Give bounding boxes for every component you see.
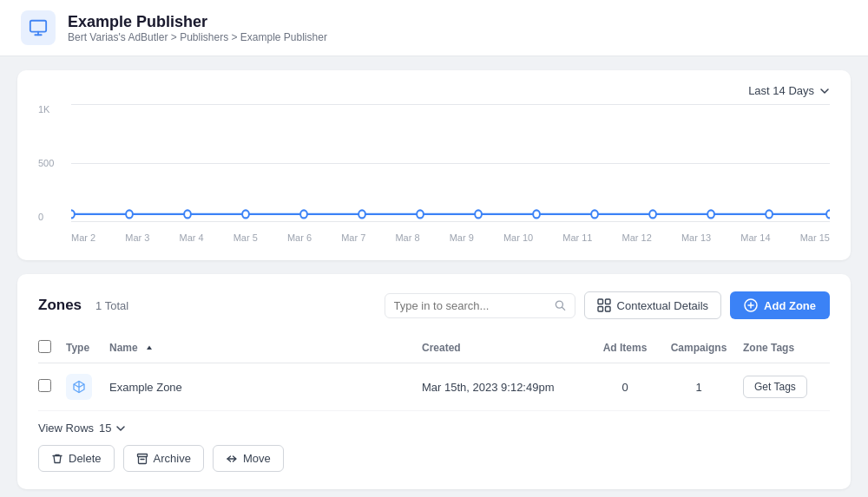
row-created-cell: Mar 15th, 2023 9:12:49pm [422, 363, 595, 411]
svg-point-8 [358, 210, 365, 218]
zones-table-body: Example Zone Mar 15th, 2023 9:12:49pm 0 … [38, 363, 830, 411]
add-zone-label: Add Zone [764, 299, 816, 312]
action-buttons: Delete Archive Move [38, 445, 830, 472]
publisher-icon [21, 10, 56, 45]
view-rows-value: 15 [99, 422, 111, 435]
x-label-7: Mar 9 [450, 232, 474, 243]
svg-rect-22 [605, 307, 610, 312]
table-row: Example Zone Mar 15th, 2023 9:12:49pm 0 … [38, 363, 830, 411]
zone-type-icon [66, 374, 92, 400]
archive-label: Archive [154, 452, 191, 465]
x-label-5: Mar 7 [341, 232, 365, 243]
zones-table: Type Name Created Ad Items [38, 333, 830, 411]
svg-point-15 [766, 210, 773, 218]
move-button[interactable]: Move [213, 445, 284, 472]
date-range-button[interactable]: Last 14 Days [748, 84, 830, 97]
x-label-12: Mar 14 [740, 232, 770, 243]
svg-point-16 [826, 210, 830, 218]
svg-point-10 [475, 210, 482, 218]
y-label-bot: 0 [38, 212, 66, 222]
svg-rect-0 [30, 21, 46, 32]
x-axis-labels: Mar 2 Mar 3 Mar 4 Mar 5 Mar 6 Mar 7 Mar … [71, 232, 830, 243]
view-rows-label: View Rows [38, 422, 94, 435]
svg-rect-21 [598, 307, 603, 312]
page-title: Example Publisher [68, 13, 327, 31]
select-all-checkbox[interactable] [38, 340, 51, 353]
header-checkbox-col [38, 333, 66, 363]
delete-button[interactable]: Delete [38, 445, 115, 472]
date-range-label: Last 14 Days [748, 84, 814, 97]
zones-title: Zones [38, 297, 82, 314]
main-content: Last 14 Days 1K 500 0 [0, 56, 868, 497]
search-input[interactable] [394, 299, 548, 312]
header-campaigns-col: Campaigns [665, 333, 743, 363]
y-label-top: 1K [38, 104, 66, 114]
add-zone-button[interactable]: Add Zone [730, 291, 830, 319]
zones-actions: Contextual Details Add Zone [385, 291, 830, 319]
delete-label: Delete [69, 452, 102, 465]
search-icon [555, 299, 566, 311]
header-name-col[interactable]: Name [109, 333, 422, 363]
zones-count: 1 Total [95, 299, 128, 312]
y-label-mid: 500 [38, 158, 66, 168]
chart-body: Mar 2 Mar 3 Mar 4 Mar 5 Mar 6 Mar 7 Mar … [71, 104, 830, 243]
x-label-11: Mar 13 [681, 232, 711, 243]
view-rows-select[interactable]: 15 [99, 422, 125, 435]
header-created-col: Created [422, 333, 595, 363]
x-label-4: Mar 6 [287, 232, 312, 243]
move-icon [226, 453, 238, 465]
header-text-block: Example Publisher Bert Varias's AdButler… [68, 13, 327, 43]
x-label-1: Mar 3 [125, 232, 149, 243]
search-box[interactable] [385, 293, 575, 318]
table-footer: View Rows 15 [38, 422, 830, 435]
row-campaigns-cell: 1 [665, 363, 743, 411]
svg-point-4 [126, 210, 133, 218]
get-tags-button[interactable]: Get Tags [743, 376, 807, 398]
header-ad-items-col: Ad Items [595, 333, 665, 363]
line-chart-svg [71, 104, 830, 222]
chart-card: Last 14 Days 1K 500 0 [17, 70, 851, 260]
contextual-details-label: Contextual Details [617, 299, 709, 312]
chevron-down-icon-rows [115, 423, 126, 434]
trash-icon [51, 453, 63, 465]
row-checkbox[interactable] [38, 379, 51, 392]
svg-point-12 [591, 210, 598, 218]
row-type-cell [66, 363, 109, 411]
archive-icon [136, 453, 148, 465]
x-label-9: Mar 11 [562, 232, 592, 243]
svg-line-18 [562, 307, 565, 310]
x-label-8: Mar 10 [503, 232, 533, 243]
cube-icon [72, 380, 86, 394]
svg-point-7 [300, 210, 307, 218]
svg-point-14 [707, 210, 714, 218]
row-tags-cell: Get Tags [743, 363, 830, 411]
x-label-13: Mar 15 [800, 232, 830, 243]
chart-y-labels: 1K 500 0 [38, 104, 66, 222]
svg-rect-20 [605, 299, 610, 304]
svg-point-5 [184, 210, 191, 218]
page-header: Example Publisher Bert Varias's AdButler… [0, 0, 868, 56]
svg-point-3 [71, 210, 75, 218]
row-checkbox-cell [38, 363, 66, 411]
svg-rect-19 [598, 299, 603, 304]
row-name-cell: Example Zone [109, 363, 422, 411]
x-label-2: Mar 4 [179, 232, 203, 243]
svg-point-11 [533, 210, 540, 218]
header-type-col: Type [66, 333, 109, 363]
svg-point-6 [242, 210, 249, 218]
x-label-0: Mar 2 [71, 232, 95, 243]
breadcrumb: Bert Varias's AdButler > Publishers > Ex… [68, 31, 327, 43]
svg-point-13 [649, 210, 656, 218]
x-label-3: Mar 5 [233, 232, 258, 243]
sort-asc-icon [144, 343, 155, 354]
contextual-details-button[interactable]: Contextual Details [584, 291, 722, 319]
archive-button[interactable]: Archive [123, 445, 204, 472]
chart-header: Last 14 Days [38, 84, 830, 97]
header-zone-tags-col: Zone Tags [743, 333, 830, 363]
svg-rect-26 [137, 454, 147, 456]
chart-area: 1K 500 0 [38, 104, 830, 243]
svg-point-9 [417, 210, 424, 218]
row-ad-items-cell: 0 [595, 363, 665, 411]
x-label-6: Mar 8 [395, 232, 419, 243]
chevron-down-icon [819, 86, 830, 96]
